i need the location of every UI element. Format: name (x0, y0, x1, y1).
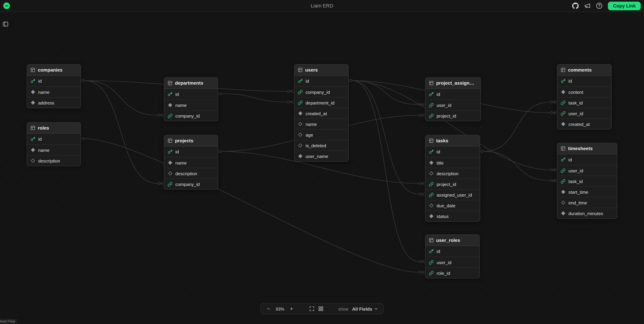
column-row-assigned_user_id[interactable]: assigned_user_id (426, 189, 480, 200)
sidebar-toggle-button[interactable] (2, 21, 9, 29)
column-row-project_id[interactable]: project_id (426, 110, 480, 121)
zoom-out-button[interactable]: − (266, 306, 271, 311)
column-row-id[interactable]: id (294, 76, 348, 86)
foreign-key-icon (168, 113, 172, 118)
table-users[interactable]: usersidcompany_iddepartment_idcreated_at… (294, 64, 348, 162)
table-name: timesheets (568, 146, 593, 151)
column-name: description (175, 171, 197, 176)
column-row-description[interactable]: description (426, 168, 480, 179)
fit-view-button[interactable] (309, 306, 314, 311)
table-header[interactable]: comments (557, 65, 611, 76)
column-row-duration_minutes[interactable]: duration_minutes (557, 208, 617, 218)
table-header[interactable]: users (294, 65, 348, 76)
column-name: id (568, 157, 572, 162)
column-row-name[interactable]: name (27, 86, 80, 97)
column-row-id[interactable]: id (164, 89, 218, 100)
not-null-diamond-icon (561, 122, 566, 126)
column-row-status[interactable]: status (426, 211, 480, 221)
column-row-end_time[interactable]: end_time (557, 197, 617, 208)
column-row-description[interactable]: description (164, 168, 218, 179)
table-header[interactable]: user_roles (426, 235, 479, 246)
releases-button[interactable] (584, 3, 591, 9)
column-row-name[interactable]: name (164, 157, 218, 168)
column-row-project_id[interactable]: project_id (426, 179, 480, 189)
column-row-task_id[interactable]: task_id (557, 176, 617, 186)
zoom-in-button[interactable]: + (289, 306, 294, 311)
table-name: users (305, 68, 318, 72)
column-row-company_id[interactable]: company_id (294, 86, 348, 97)
not-null-diamond-icon (298, 111, 303, 116)
table-project_assignments[interactable]: project_assignmentsiduser_idproject_id (425, 77, 481, 121)
column-row-id[interactable]: id (27, 76, 80, 86)
column-row-description[interactable]: description (27, 155, 80, 166)
table-header[interactable]: project_assignments (426, 78, 480, 89)
column-name: id (437, 92, 440, 97)
column-row-id[interactable]: id (557, 76, 611, 86)
column-row-age[interactable]: age (294, 129, 348, 140)
column-row-company_id[interactable]: company_id (164, 179, 218, 189)
column-row-user_name[interactable]: user_name (294, 150, 348, 161)
page-title: Liam ERD (0, 3, 644, 9)
column-row-user_id[interactable]: user_id (426, 257, 479, 267)
tidy-up-button[interactable] (318, 306, 324, 311)
column-name: name (175, 160, 187, 165)
table-comments[interactable]: commentsidcontenttask_iduser_idcreated_a… (557, 64, 612, 130)
column-name: created_at (306, 111, 327, 116)
react-flow-attribution[interactable]: React Flow (0, 319, 17, 324)
primary-key-icon (298, 79, 303, 83)
column-row-role_id[interactable]: role_id (426, 267, 479, 278)
table-icon (561, 146, 566, 151)
table-header[interactable]: departments (164, 78, 218, 89)
table-timesheets[interactable]: timesheetsiduser_idtask_idstart_timeend_… (557, 143, 617, 219)
table-name: comments (568, 68, 592, 72)
table-icon (561, 68, 566, 72)
column-name: task_id (568, 100, 583, 105)
column-row-user_id[interactable]: user_id (557, 108, 611, 118)
column-row-start_time[interactable]: start_time (557, 186, 617, 197)
column-row-department_id[interactable]: department_id (294, 97, 348, 108)
column-row-due_date[interactable]: due_date (426, 200, 480, 211)
table-header[interactable]: roles (27, 123, 80, 134)
table-header[interactable]: projects (164, 135, 218, 146)
column-name: company_id (175, 182, 200, 187)
column-row-created_at[interactable]: created_at (557, 118, 611, 129)
table-projects[interactable]: projectsidnamedescriptioncompany_id (164, 135, 218, 190)
column-row-user_id[interactable]: user_id (426, 100, 480, 110)
column-row-id[interactable]: id (426, 89, 480, 100)
table-departments[interactable]: departmentsidnamecompany_id (164, 77, 218, 121)
column-name: title (437, 160, 444, 165)
column-row-id[interactable]: id (426, 246, 479, 257)
column-row-is_deleted[interactable]: is_deleted (294, 140, 348, 150)
github-button[interactable] (572, 3, 579, 9)
help-button[interactable] (596, 3, 603, 9)
fields-filter-button[interactable]: All Fields (352, 306, 378, 311)
column-row-task_id[interactable]: task_id (557, 97, 611, 108)
column-row-name[interactable]: name (164, 100, 218, 110)
column-row-id[interactable]: id (426, 146, 480, 157)
column-row-content[interactable]: content (557, 86, 611, 97)
table-user_roles[interactable]: user_rolesiduser_idrole_id (425, 234, 480, 278)
table-icon (30, 68, 35, 72)
column-row-created_at[interactable]: created_at (294, 108, 348, 118)
foreign-key-icon (429, 270, 434, 275)
column-row-title[interactable]: title (426, 157, 480, 168)
column-row-id[interactable]: id (164, 146, 218, 157)
copy-link-button[interactable]: Copy Link (608, 1, 641, 10)
column-row-user_id[interactable]: user_id (557, 165, 617, 176)
table-icon (298, 68, 303, 72)
column-row-id[interactable]: id (27, 134, 80, 144)
table-tasks[interactable]: tasksidtitledescriptionproject_idassigne… (425, 135, 480, 222)
column-row-name[interactable]: name (294, 118, 348, 129)
table-header[interactable]: companies (27, 65, 80, 76)
table-companies[interactable]: companiesidnameaddress (27, 64, 81, 108)
table-header[interactable]: timesheets (557, 143, 617, 154)
table-roles[interactable]: rolesidnamedescription (27, 122, 81, 166)
column-name: id (437, 149, 440, 154)
table-header[interactable]: tasks (426, 135, 480, 146)
column-row-address[interactable]: address (27, 97, 80, 108)
column-row-name[interactable]: name (27, 144, 80, 155)
column-row-company_id[interactable]: company_id (164, 110, 218, 121)
not-null-diamond-icon (30, 147, 35, 152)
fields-filter-value: All Fields (352, 306, 372, 311)
column-row-id[interactable]: id (557, 154, 617, 165)
